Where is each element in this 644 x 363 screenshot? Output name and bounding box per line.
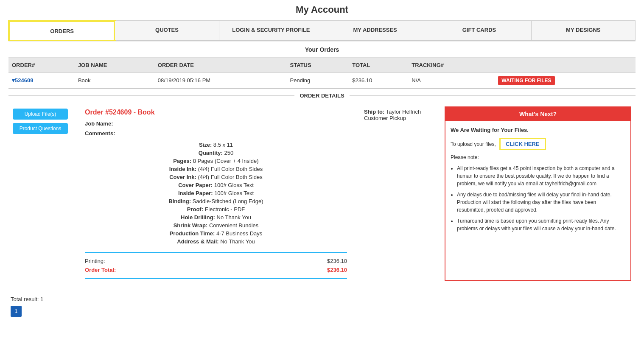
bullet-1: All print-ready files get a 45 point ins… xyxy=(457,165,625,187)
spec-inside-paper: Inside Paper: 100# Gloss Text xyxy=(85,189,347,197)
col-total: TOTAL xyxy=(349,58,408,73)
page-wrapper: My Account ORDERS QUOTES LOGIN & SECURIT… xyxy=(0,0,644,323)
size-label: Size: xyxy=(199,142,212,148)
bullet-3: Turnaround time is based upon you submit… xyxy=(457,217,625,232)
job-name-cell: Book xyxy=(75,73,154,88)
col-actions xyxy=(495,58,636,73)
cover-ink-label: Cover Ink: xyxy=(169,174,196,180)
order-total-label: Order Total: xyxy=(85,267,116,273)
whats-next-bullets: All print-ready files get a 45 point ins… xyxy=(457,165,625,232)
printing-label: Printing: xyxy=(85,258,105,264)
tab-gift-cards[interactable]: GIFT CARDS xyxy=(427,21,531,40)
page-title: My Account xyxy=(8,4,636,15)
status-badge: WAITING FOR FILES xyxy=(498,76,554,85)
table-row: ▾524609 Book 08/19/2019 05:16 PM Pending… xyxy=(8,73,636,88)
printing-row: Printing: $236.10 xyxy=(85,257,347,265)
upload-prompt-text: To upload your files, xyxy=(451,141,496,147)
click-here-button[interactable]: CLICK HERE xyxy=(499,138,546,150)
col-tracking: TRACKING# xyxy=(408,58,495,73)
binding-label: Binding: xyxy=(168,198,191,204)
quantity-label: Quantity: xyxy=(199,150,223,156)
cover-paper-value: 100# Gloss Text xyxy=(214,182,254,188)
col-status: STATUS xyxy=(287,58,349,73)
col-job-name: JOB NAME xyxy=(75,58,154,73)
binding-value: Saddle-Stitched (Long Edge) xyxy=(193,198,263,204)
spec-hole-drilling: Hole Drilling: No Thank You xyxy=(85,213,347,221)
upload-files-button[interactable]: Upload File(s) xyxy=(13,109,68,120)
upload-prompt-row: To upload your files, CLICK HERE xyxy=(451,138,625,150)
address-mail-label: Address & Mail: xyxy=(177,238,218,245)
shrink-wrap-label: Shrink Wrap: xyxy=(174,222,208,229)
inside-ink-value: (4/4) Full Color Both Sides xyxy=(198,166,263,172)
spec-cover-ink: Cover Ink: (4/4) Full Color Both Sides xyxy=(85,173,347,181)
inside-ink-label: Inside Ink: xyxy=(169,166,196,172)
orders-table: ORDER# JOB NAME ORDER DATE STATUS TOTAL … xyxy=(8,58,636,88)
order-details-body: Upload File(s) Product Questions Order #… xyxy=(8,102,636,285)
pagination: 1 xyxy=(11,306,633,317)
order-total-row: Order Total: $236.10 xyxy=(85,265,347,274)
total-cell: $236.10 xyxy=(349,73,408,88)
address-mail-value: No Thank You xyxy=(220,238,255,245)
spec-size: Size: 8.5 x 11 xyxy=(85,141,347,149)
comments-label: Comments: xyxy=(85,130,115,137)
status-cell: Pending xyxy=(287,73,349,88)
job-name-row: Job Name: xyxy=(85,120,347,127)
spec-shrink-wrap: Shrink Wrap: Convenient Bundles xyxy=(85,221,347,229)
tab-my-designs[interactable]: MY DESIGNS xyxy=(532,21,635,40)
spec-inside-ink: Inside Ink: (4/4) Full Color Both Sides xyxy=(85,165,347,173)
spec-cover-paper: Cover Paper: 100# Gloss Text xyxy=(85,181,347,189)
footer-section: Total result: 1 1 xyxy=(8,294,636,319)
order-totals: Printing: $236.10 Order Total: $236.10 xyxy=(85,252,347,279)
ship-to-row: Ship to: Taylor Helfrich xyxy=(364,109,432,115)
pages-label: Pages: xyxy=(173,158,191,164)
inside-paper-label: Inside Paper: xyxy=(178,190,213,196)
order-specs: Size: 8.5 x 11 Quantity: 250 Pages: 8 Pa… xyxy=(85,141,347,246)
production-time-label: Production Time: xyxy=(170,230,215,237)
spec-quantity: Quantity: 250 xyxy=(85,149,347,157)
cover-ink-value: (4/4) Full Color Both Sides xyxy=(198,174,262,180)
order-actions: Upload File(s) Product Questions xyxy=(8,102,76,285)
spec-binding: Binding: Saddle-Stitched (Long Edge) xyxy=(85,197,347,205)
job-name-label: Job Name: xyxy=(85,120,113,127)
please-note-text: Please note: xyxy=(451,154,625,161)
tracking-cell: N/A xyxy=(408,73,495,88)
tab-my-addresses[interactable]: MY ADDRESSES xyxy=(323,21,427,40)
bullet-2: Any delays due to bad/missing files will… xyxy=(457,191,625,214)
quantity-value: 250 xyxy=(224,150,233,156)
order-title: Order #524609 - Book xyxy=(85,109,347,116)
inside-paper-value: 100# Gloss Text xyxy=(214,190,254,196)
spec-address-mail: Address & Mail: No Thank You xyxy=(85,237,347,246)
order-total-amount: $236.10 xyxy=(327,267,347,273)
production-time-value: 4-7 Business Days xyxy=(216,230,262,237)
printing-amount: $236.10 xyxy=(327,258,347,264)
product-questions-button[interactable]: Product Questions xyxy=(13,123,68,134)
total-result: Total result: 1 xyxy=(11,296,633,302)
cover-paper-label: Cover Paper: xyxy=(178,182,213,188)
spec-production-time: Production Time: 4-7 Business Days xyxy=(85,229,347,237)
comments-row: Comments: xyxy=(85,130,347,137)
whats-next-panel: What's Next? We Are Waiting for Your Fil… xyxy=(445,106,631,281)
order-details-section: ORDER DETAILS Upload File(s) Product Que… xyxy=(8,88,636,285)
tab-orders[interactable]: ORDERS xyxy=(9,21,115,40)
proof-value: Electronic - PDF xyxy=(205,206,245,212)
order-number-link[interactable]: ▾524609 xyxy=(12,77,33,84)
col-order-number: ORDER# xyxy=(8,58,75,73)
tab-quotes[interactable]: QUOTES xyxy=(115,21,219,40)
order-details-header: ORDER DETAILS xyxy=(294,92,349,99)
spec-pages: Pages: 8 Pages (Cover + 4 Inside) xyxy=(85,157,347,165)
orders-section-header: Your Orders xyxy=(8,42,636,58)
spec-proof: Proof: Electronic - PDF xyxy=(85,205,347,213)
hole-drilling-value: No Thank You xyxy=(217,214,251,221)
ship-to-method: Customer Pickup xyxy=(364,115,432,121)
whats-next-body: We Are Waiting for Your Files. To upload… xyxy=(445,121,630,241)
waiting-text: We Are Waiting for Your Files. xyxy=(451,127,529,133)
shrink-wrap-value: Convenient Bundles xyxy=(209,222,258,229)
page-1-button[interactable]: 1 xyxy=(11,306,22,317)
order-info: Order #524609 - Book Job Name: Comments:… xyxy=(76,102,356,285)
pages-value: 8 Pages (Cover + 4 Inside) xyxy=(193,158,259,164)
hole-drilling-label: Hole Drilling: xyxy=(181,214,215,221)
ship-to-label: Ship to: xyxy=(364,109,384,115)
proof-label: Proof: xyxy=(187,206,203,212)
tab-login-security[interactable]: LOGIN & SECURITY PROFILE xyxy=(219,21,323,40)
ship-to-name: Taylor Helfrich xyxy=(386,109,421,115)
